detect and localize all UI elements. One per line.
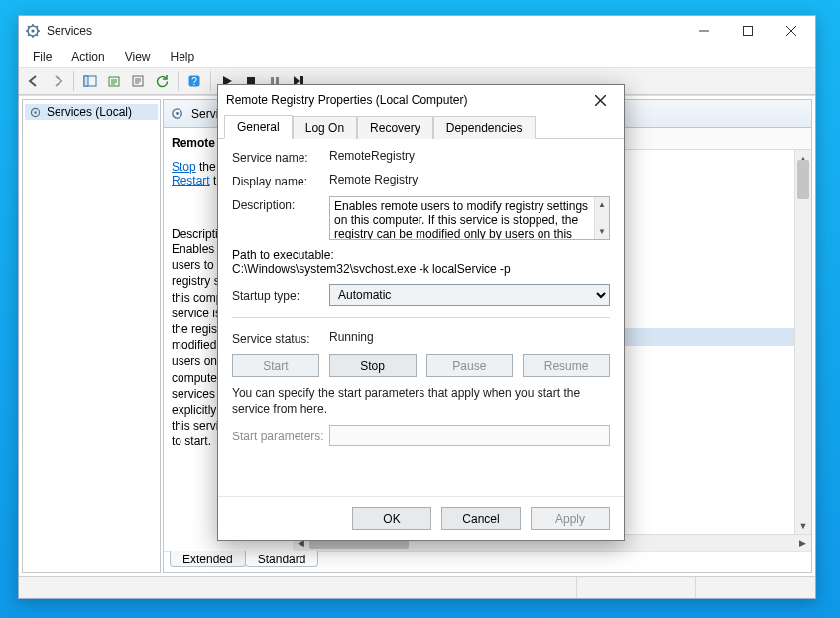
scroll-down-icon[interactable]: ▼	[595, 224, 609, 239]
forward-button[interactable]	[47, 70, 68, 92]
refresh-button[interactable]	[151, 70, 173, 92]
scroll-thumb[interactable]	[797, 160, 809, 199]
svg-rect-15	[84, 76, 88, 86]
titlebar: Services	[19, 16, 815, 46]
svg-text:?: ?	[191, 76, 197, 87]
gear-icon	[25, 23, 41, 39]
tab-extended[interactable]: Extended	[170, 551, 246, 567]
apply-button: Apply	[531, 507, 610, 530]
help-button[interactable]: ?	[183, 70, 205, 92]
menu-help[interactable]: Help	[161, 48, 205, 65]
path-label: Path to executable:	[232, 248, 610, 262]
dialog-title: Remote Registry Properties (Local Comput…	[226, 93, 584, 107]
resume-button: Resume	[523, 354, 610, 377]
display-name-label: Display name:	[232, 173, 329, 188]
description-scrollbar[interactable]: ▲ ▼	[594, 197, 609, 239]
window-title: Services	[47, 24, 682, 38]
tab-logon[interactable]: Log On	[293, 116, 357, 139]
scroll-right-icon[interactable]: ▶	[794, 535, 811, 552]
minimize-button[interactable]	[682, 17, 726, 46]
dialog-close-button[interactable]	[584, 86, 616, 114]
stop-link[interactable]: Stop	[172, 160, 196, 174]
tree-panel: Services (Local)	[22, 99, 161, 573]
tab-standard[interactable]: Standard	[245, 551, 319, 567]
display-name-value: Remote Registry	[329, 173, 610, 186]
tab-general[interactable]: General	[224, 115, 293, 139]
start-button: Start	[232, 354, 319, 377]
svg-point-28	[34, 111, 36, 113]
properties-button[interactable]	[127, 70, 149, 92]
gear-icon	[170, 106, 185, 122]
dialog-body: Service name: RemoteRegistry Display nam…	[218, 139, 624, 496]
tree-item-label: Services (Local)	[47, 105, 132, 119]
svg-point-1	[31, 29, 34, 32]
separator	[232, 317, 610, 318]
gear-icon	[28, 105, 42, 119]
svg-line-6	[28, 26, 29, 27]
bottom-tabs: Extended Standard	[164, 551, 811, 572]
maximize-button[interactable]	[726, 17, 770, 46]
restart-link[interactable]: Restart	[172, 174, 210, 187]
menubar: File Action View Help	[19, 46, 815, 67]
show-hide-tree-button[interactable]	[79, 70, 101, 92]
svg-point-30	[176, 112, 179, 115]
svg-line-8	[28, 35, 29, 36]
pause-button: Pause	[426, 354, 514, 377]
dialog-tabs: General Log On Recovery Dependencies	[218, 115, 624, 139]
stop-button[interactable]: Stop	[329, 354, 417, 377]
description-text: Enables remote users to modify registry …	[334, 199, 605, 240]
startup-type-select[interactable]: Automatic	[329, 284, 610, 306]
start-params-input	[329, 425, 610, 446]
service-name-label: Service name:	[232, 149, 329, 165]
vertical-scrollbar[interactable]: ▲ ▼	[794, 150, 811, 534]
back-button[interactable]	[23, 70, 45, 92]
service-status-label: Service status:	[232, 330, 329, 346]
statusbar	[19, 576, 815, 598]
svg-line-7	[37, 35, 38, 36]
svg-line-9	[37, 26, 38, 27]
cancel-button[interactable]: Cancel	[441, 507, 521, 530]
export-button[interactable]	[103, 70, 125, 92]
tree-item-services-local[interactable]: Services (Local)	[25, 104, 158, 120]
startup-type-label: Startup type:	[232, 287, 329, 303]
menu-action[interactable]: Action	[61, 48, 114, 65]
control-buttons: Start Stop Pause Resume	[232, 354, 610, 377]
tab-recovery[interactable]: Recovery	[357, 116, 433, 139]
start-params-hint: You can specify the start parameters tha…	[232, 385, 610, 417]
menu-view[interactable]: View	[115, 48, 161, 65]
ok-button[interactable]: OK	[352, 507, 431, 530]
menu-file[interactable]: File	[23, 48, 61, 65]
scroll-down-icon[interactable]: ▼	[795, 517, 811, 534]
svg-rect-11	[744, 27, 753, 36]
scroll-up-icon[interactable]: ▲	[595, 197, 609, 212]
close-button[interactable]	[770, 17, 813, 46]
properties-dialog: Remote Registry Properties (Local Comput…	[217, 84, 625, 541]
description-label: Description:	[232, 196, 329, 212]
service-name-value: RemoteRegistry	[329, 149, 610, 163]
path-value: C:\Windows\system32\svchost.exe -k local…	[232, 262, 610, 276]
service-status-value: Running	[329, 330, 610, 344]
description-box[interactable]: Enables remote users to modify registry …	[329, 196, 610, 240]
start-params-label: Start parameters:	[232, 428, 329, 443]
tab-dependencies[interactable]: Dependencies	[433, 116, 536, 139]
dialog-actions: OK Cancel Apply	[218, 496, 624, 540]
dialog-titlebar: Remote Registry Properties (Local Comput…	[218, 85, 624, 115]
